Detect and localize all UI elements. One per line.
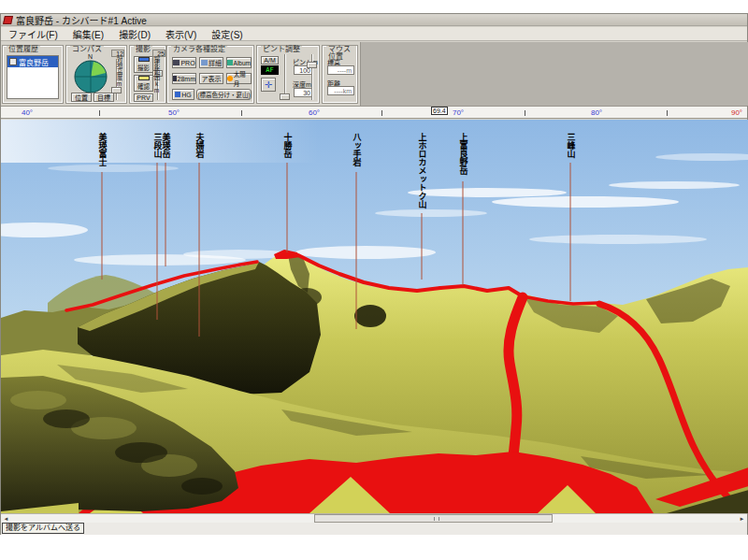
azimuth-ruler[interactable]: 40° 50° 60° 70° 80° 90° 69.4 [1,106,747,119]
compass-dial[interactable] [73,59,108,94]
focus-crosshair-button[interactable]: ✛ [261,78,276,92]
ruler-tick [241,110,242,116]
peak-label-kamifuranodake: 上富良野岳 [459,133,468,175]
label-display-button[interactable]: ア表示 [199,73,223,84]
kashibird-window: 富良野岳 - カシバード#1 Active ファイル(F) 編集(E) 撮影(D… [0,0,748,560]
panel-camera-settings: カメラ各種設定 PRO 詳細 Album 28mm ア表示 太陽月 HG (標高… [167,46,253,103]
scroll-left-arrow[interactable]: ◄ [2,515,10,523]
hg-render-button[interactable]: HG [172,89,194,100]
history-listbox[interactable]: 富良野岳 [7,55,59,99]
slider-thumb[interactable] [280,93,290,100]
ruler-tick [667,110,668,116]
history-item-label: 富良野岳 [19,57,49,67]
toolbar: 位置履歴 富良野岳 コンパス N 位置 目標 12 [1,42,747,106]
terrain-3d-view[interactable]: 美瑛富士 三段山 美瑛岳 夫婦岩 十勝岳 八ッ手岩 上ホロカメットク山 上富良野… [1,120,748,513]
preview-button[interactable]: PRV [134,93,153,102]
scroll-right-arrow[interactable]: ► [738,515,746,523]
hg-icon [175,92,180,97]
ruler-label-80: 80° [591,108,602,117]
panel-shoot: 撮影 撮影 確認 PRV 25 撮影範囲km [130,46,165,103]
range-slider-label: 撮影範囲km [153,56,160,97]
app-icon [3,16,13,24]
peak-label-sanpozan: 三峰山 [567,133,575,158]
peak-label-biei-fuji: 美瑛富士 [98,133,107,166]
slider-thumb[interactable] [307,62,317,68]
ruler-label-60: 60° [309,108,320,117]
color-mode-selector[interactable]: (標高色分け・夏山) [196,89,252,100]
altitude-slider-label: 対地高度m [116,56,122,93]
scrollbar-thumb[interactable] [314,514,553,523]
lens-icon [173,76,177,81]
peak-label-tokachidake: 十勝岳 [283,133,292,158]
yellow-screen-icon [138,76,150,80]
compass-position-button[interactable]: 位置 [71,93,92,102]
album-button[interactable]: Album [226,57,252,68]
detail-grid-icon [201,60,208,65]
camera-icon [173,60,180,65]
toolbar-empty-area [360,42,748,106]
ruler-label-40: 40° [22,108,33,117]
panel-caption: 撮影 [134,46,152,53]
peak-label-bieidake: 美瑛岳 [162,133,170,158]
panel-compass: コンパス N 位置 目標 12 対地高度m [66,46,126,103]
menu-bar: ファイル(F) 編集(E) 撮影(D) 表示(V) 設定(S) [1,27,747,41]
depth-slider[interactable] [307,52,318,102]
peak-label-sandanyama: 三段山 [153,133,162,158]
lens-28mm-button[interactable]: 28mm [172,73,196,84]
focus-slider[interactable] [280,52,291,102]
menu-shoot[interactable]: 撮影(D) [111,27,158,41]
album-grid-icon [227,60,233,65]
sun-moon-button[interactable]: 太陽月 [226,73,252,84]
status-strip: 撮影をアルバムへ送る [1,523,747,535]
menu-edit[interactable]: 編集(E) [65,27,111,41]
ruler-tick [99,110,100,116]
pro-mode-button[interactable]: PRO [172,57,196,68]
peak-label-kamihorokamettoku: 上ホロカメットク山 [418,133,426,208]
title-bar[interactable]: 富良野岳 - カシバード#1 Active [1,14,747,26]
horizontal-scrollbar[interactable]: ◄ ► [1,513,747,523]
app-window: 富良野岳 - カシバード#1 Active ファイル(F) 編集(E) 撮影(D… [0,13,748,535]
panel-caption: カメラ各種設定 [171,46,227,53]
camera-spot-icon [9,58,17,65]
sun-icon [227,76,233,81]
ruler-label-90: 90° [731,108,742,117]
blue-screen-icon [138,57,150,62]
menu-view[interactable]: 表示(V) [158,27,204,41]
confirm-button[interactable]: 確認 [134,75,153,92]
ruler-tick [525,110,525,116]
panel-caption: コンパス [70,46,104,53]
panel-mouse-position: マウス位置 標高 ----m 距離 ----km [323,46,357,103]
distance-value: ----km [327,86,354,95]
azimuth-tooltip: 69.4 [431,107,448,115]
peak-label-meotoiwa: 夫婦岩 [195,133,204,158]
menu-file[interactable]: ファイル(F) [1,27,65,41]
ruler-label-70: 70° [453,108,464,117]
send-to-album-button[interactable]: 撮影をアルバムへ送る [2,523,84,534]
af-lcd-display: AF [261,65,279,75]
auto-manual-button[interactable]: A/M [261,56,279,65]
window-title: 富良野岳 - カシバード#1 Active [16,13,147,27]
detail-button[interactable]: 詳細 [199,57,223,68]
shoot-button[interactable]: 撮影 [134,56,153,73]
menu-settings[interactable]: 設定(S) [204,27,250,41]
history-item-selected[interactable]: 富良野岳 [7,56,58,67]
panel-position-history: 位置履歴 富良野岳 [3,46,63,103]
terrain-scene [1,120,748,513]
panel-caption: 位置履歴 [7,46,40,53]
ruler-label-50: 50° [168,108,180,117]
scrollbar-grip [434,517,439,521]
elevation-value: ----m [327,65,354,75]
peak-label-yatsudeiwa: 八ッ手岩 [352,133,361,166]
ruler-tick [381,110,382,116]
panel-focus: ピント調整 A/M AF ✛ ピントm 100 深度m 30 [257,46,319,103]
